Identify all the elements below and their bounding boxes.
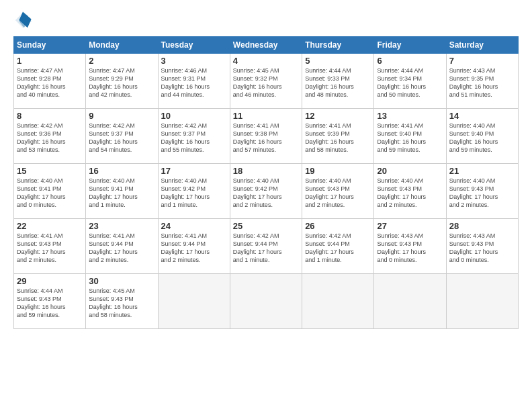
day-info: Sunrise: 4:42 AM Sunset: 9:44 PM Dayligh… xyxy=(305,232,371,265)
col-header-friday: Friday xyxy=(374,37,446,54)
col-header-wednesday: Wednesday xyxy=(230,37,302,54)
day-number: 1 xyxy=(17,56,83,66)
day-number: 7 xyxy=(449,56,515,66)
logo-icon xyxy=(13,11,32,30)
day-cell: 30Sunrise: 4:45 AM Sunset: 9:43 PM Dayli… xyxy=(86,274,158,329)
day-cell: 28Sunrise: 4:43 AM Sunset: 9:43 PM Dayli… xyxy=(446,219,518,274)
day-cell: 18Sunrise: 4:40 AM Sunset: 9:42 PM Dayli… xyxy=(230,164,302,219)
day-number: 17 xyxy=(161,166,227,176)
day-info: Sunrise: 4:40 AM Sunset: 9:41 PM Dayligh… xyxy=(17,177,83,210)
day-cell: 11Sunrise: 4:41 AM Sunset: 9:38 PM Dayli… xyxy=(230,109,302,164)
day-info: Sunrise: 4:44 AM Sunset: 9:33 PM Dayligh… xyxy=(305,66,371,99)
col-header-sunday: Sunday xyxy=(14,37,86,54)
day-info: Sunrise: 4:42 AM Sunset: 9:37 PM Dayligh… xyxy=(89,122,154,154)
day-number: 18 xyxy=(233,166,299,176)
day-cell: 8Sunrise: 4:42 AM Sunset: 9:36 PM Daylig… xyxy=(14,109,86,164)
day-cell xyxy=(374,274,446,329)
day-cell: 3Sunrise: 4:46 AM Sunset: 9:31 PM Daylig… xyxy=(158,54,230,109)
day-info: Sunrise: 4:40 AM Sunset: 9:41 PM Dayligh… xyxy=(89,177,154,210)
day-cell: 13Sunrise: 4:41 AM Sunset: 9:40 PM Dayli… xyxy=(374,109,446,164)
day-number: 13 xyxy=(377,111,443,121)
day-number: 26 xyxy=(305,221,371,231)
day-info: Sunrise: 4:42 AM Sunset: 9:37 PM Dayligh… xyxy=(161,122,227,154)
day-cell: 7Sunrise: 4:43 AM Sunset: 9:35 PM Daylig… xyxy=(446,54,518,109)
day-info: Sunrise: 4:40 AM Sunset: 9:40 PM Dayligh… xyxy=(449,122,515,154)
day-cell xyxy=(158,274,230,329)
day-cell: 16Sunrise: 4:40 AM Sunset: 9:41 PM Dayli… xyxy=(86,164,158,219)
day-cell: 29Sunrise: 4:44 AM Sunset: 9:43 PM Dayli… xyxy=(14,274,86,329)
day-number: 9 xyxy=(89,111,154,121)
day-number: 12 xyxy=(305,111,371,121)
header-row: SundayMondayTuesdayWednesdayThursdayFrid… xyxy=(14,37,519,54)
day-info: Sunrise: 4:40 AM Sunset: 9:42 PM Dayligh… xyxy=(161,177,227,210)
day-cell: 10Sunrise: 4:42 AM Sunset: 9:37 PM Dayli… xyxy=(158,109,230,164)
day-info: Sunrise: 4:44 AM Sunset: 9:34 PM Dayligh… xyxy=(377,66,443,99)
day-cell: 12Sunrise: 4:41 AM Sunset: 9:39 PM Dayli… xyxy=(302,109,374,164)
day-cell: 1Sunrise: 4:47 AM Sunset: 9:28 PM Daylig… xyxy=(14,54,86,109)
day-info: Sunrise: 4:46 AM Sunset: 9:31 PM Dayligh… xyxy=(161,66,227,99)
day-cell: 14Sunrise: 4:40 AM Sunset: 9:40 PM Dayli… xyxy=(446,109,518,164)
day-info: Sunrise: 4:41 AM Sunset: 9:38 PM Dayligh… xyxy=(233,122,299,154)
day-number: 27 xyxy=(377,221,443,231)
day-number: 3 xyxy=(161,56,227,66)
day-number: 19 xyxy=(305,166,371,176)
day-cell xyxy=(302,274,374,329)
col-header-saturday: Saturday xyxy=(446,37,518,54)
day-info: Sunrise: 4:44 AM Sunset: 9:43 PM Dayligh… xyxy=(17,287,83,320)
day-info: Sunrise: 4:40 AM Sunset: 9:43 PM Dayligh… xyxy=(377,177,443,210)
day-info: Sunrise: 4:41 AM Sunset: 9:39 PM Dayligh… xyxy=(305,122,371,154)
day-number: 4 xyxy=(233,56,299,66)
day-cell: 2Sunrise: 4:47 AM Sunset: 9:29 PM Daylig… xyxy=(86,54,158,109)
logo xyxy=(13,11,35,30)
header xyxy=(13,11,519,30)
day-cell: 22Sunrise: 4:41 AM Sunset: 9:43 PM Dayli… xyxy=(14,219,86,274)
day-number: 15 xyxy=(17,166,83,176)
day-number: 14 xyxy=(449,111,515,121)
week-row-5: 29Sunrise: 4:44 AM Sunset: 9:43 PM Dayli… xyxy=(14,274,519,329)
day-cell: 6Sunrise: 4:44 AM Sunset: 9:34 PM Daylig… xyxy=(374,54,446,109)
day-info: Sunrise: 4:42 AM Sunset: 9:44 PM Dayligh… xyxy=(233,232,299,265)
day-info: Sunrise: 4:43 AM Sunset: 9:43 PM Dayligh… xyxy=(449,232,515,265)
col-header-monday: Monday xyxy=(86,37,158,54)
day-info: Sunrise: 4:45 AM Sunset: 9:43 PM Dayligh… xyxy=(89,287,154,320)
day-info: Sunrise: 4:43 AM Sunset: 9:35 PM Dayligh… xyxy=(449,66,515,99)
day-cell: 17Sunrise: 4:40 AM Sunset: 9:42 PM Dayli… xyxy=(158,164,230,219)
day-number: 6 xyxy=(377,56,443,66)
day-cell: 19Sunrise: 4:40 AM Sunset: 9:43 PM Dayli… xyxy=(302,164,374,219)
day-cell: 5Sunrise: 4:44 AM Sunset: 9:33 PM Daylig… xyxy=(302,54,374,109)
day-cell: 15Sunrise: 4:40 AM Sunset: 9:41 PM Dayli… xyxy=(14,164,86,219)
day-number: 21 xyxy=(449,166,515,176)
col-header-thursday: Thursday xyxy=(302,37,374,54)
day-number: 30 xyxy=(89,276,154,286)
day-cell: 26Sunrise: 4:42 AM Sunset: 9:44 PM Dayli… xyxy=(302,219,374,274)
day-cell: 20Sunrise: 4:40 AM Sunset: 9:43 PM Dayli… xyxy=(374,164,446,219)
day-info: Sunrise: 4:42 AM Sunset: 9:36 PM Dayligh… xyxy=(17,122,83,154)
day-info: Sunrise: 4:41 AM Sunset: 9:44 PM Dayligh… xyxy=(161,232,227,265)
day-info: Sunrise: 4:43 AM Sunset: 9:43 PM Dayligh… xyxy=(377,232,443,265)
day-number: 8 xyxy=(17,111,83,121)
day-number: 23 xyxy=(89,221,154,231)
day-cell: 9Sunrise: 4:42 AM Sunset: 9:37 PM Daylig… xyxy=(86,109,158,164)
day-info: Sunrise: 4:45 AM Sunset: 9:32 PM Dayligh… xyxy=(233,66,299,99)
day-cell: 23Sunrise: 4:41 AM Sunset: 9:44 PM Dayli… xyxy=(86,219,158,274)
week-row-1: 1Sunrise: 4:47 AM Sunset: 9:28 PM Daylig… xyxy=(14,54,519,109)
day-cell xyxy=(230,274,302,329)
day-number: 29 xyxy=(17,276,83,286)
day-info: Sunrise: 4:47 AM Sunset: 9:28 PM Dayligh… xyxy=(17,66,83,99)
page: SundayMondayTuesdayWednesdayThursdayFrid… xyxy=(0,0,532,411)
day-info: Sunrise: 4:41 AM Sunset: 9:40 PM Dayligh… xyxy=(377,122,443,154)
day-number: 22 xyxy=(17,221,83,231)
day-number: 5 xyxy=(305,56,371,66)
day-cell: 27Sunrise: 4:43 AM Sunset: 9:43 PM Dayli… xyxy=(374,219,446,274)
day-info: Sunrise: 4:47 AM Sunset: 9:29 PM Dayligh… xyxy=(89,66,154,99)
day-info: Sunrise: 4:40 AM Sunset: 9:42 PM Dayligh… xyxy=(233,177,299,210)
day-number: 20 xyxy=(377,166,443,176)
day-info: Sunrise: 4:40 AM Sunset: 9:43 PM Dayligh… xyxy=(449,177,515,210)
day-number: 2 xyxy=(89,56,154,66)
day-info: Sunrise: 4:41 AM Sunset: 9:43 PM Dayligh… xyxy=(17,232,83,265)
week-row-3: 15Sunrise: 4:40 AM Sunset: 9:41 PM Dayli… xyxy=(14,164,519,219)
day-info: Sunrise: 4:40 AM Sunset: 9:43 PM Dayligh… xyxy=(305,177,371,210)
week-row-4: 22Sunrise: 4:41 AM Sunset: 9:43 PM Dayli… xyxy=(14,219,519,274)
day-cell xyxy=(446,274,518,329)
day-number: 24 xyxy=(161,221,227,231)
